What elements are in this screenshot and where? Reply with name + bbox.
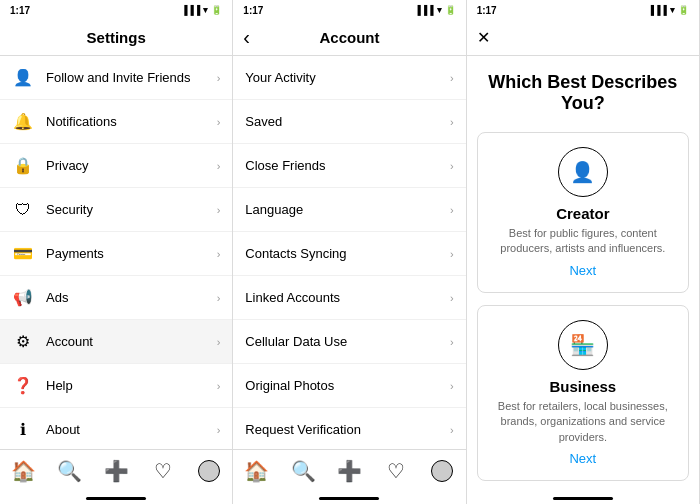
status-icons-3: ▐▐▐ ▾ 🔋: [648, 5, 689, 15]
cellular-data-label: Cellular Data Use: [245, 334, 450, 349]
menu-item-ads[interactable]: 📢 Ads ›: [0, 276, 232, 320]
settings-header: Settings: [0, 20, 232, 56]
creator-option-card[interactable]: 👤 Creator Best for public figures, conte…: [477, 132, 689, 293]
search-nav-2[interactable]: 🔍: [288, 456, 318, 486]
bottom-nav-1: 🏠 🔍 ➕ ♡: [0, 449, 232, 493]
security-label: Security: [46, 202, 217, 217]
creator-title: Creator: [556, 205, 609, 222]
account-panel: 1:17 ▐▐▐ ▾ 🔋 ‹ Account Your Activity › S…: [233, 0, 466, 504]
language-label: Language: [245, 202, 450, 217]
security-icon: 🛡: [12, 199, 34, 221]
describe-title: Which Best Describes You?: [467, 56, 699, 126]
notifications-chevron: ›: [217, 116, 221, 128]
home-indicator-1: [86, 497, 146, 500]
back-button-account[interactable]: ‹: [243, 26, 250, 49]
activity-label: Your Activity: [245, 70, 450, 85]
business-title: Business: [549, 378, 616, 395]
ads-label: Ads: [46, 290, 217, 305]
add-nav-1[interactable]: ➕: [101, 456, 131, 486]
menu-item-cellular-data[interactable]: Cellular Data Use ›: [233, 320, 465, 364]
menu-item-close-friends[interactable]: Close Friends ›: [233, 144, 465, 188]
creator-icon-circle: 👤: [558, 147, 608, 197]
describe-panel: 1:17 ▐▐▐ ▾ 🔋 ✕ Which Best Describes You?…: [467, 0, 700, 504]
search-nav-1[interactable]: 🔍: [55, 456, 85, 486]
privacy-label: Privacy: [46, 158, 217, 173]
time-1: 1:17: [10, 5, 30, 16]
creator-desc: Best for public figures, content produce…: [490, 226, 676, 257]
menu-item-notifications[interactable]: 🔔 Notifications ›: [0, 100, 232, 144]
menu-item-about[interactable]: ℹ About ›: [0, 408, 232, 449]
status-bar-1: 1:17 ▐▐▐ ▾ 🔋: [0, 0, 232, 20]
payments-chevron: ›: [217, 248, 221, 260]
account-title: Account: [319, 29, 379, 46]
time-2: 1:17: [243, 5, 263, 16]
account-chevron: ›: [217, 336, 221, 348]
privacy-icon: 🔒: [12, 155, 34, 177]
describe-content: Which Best Describes You? 👤 Creator Best…: [467, 56, 699, 493]
avatar-nav-1[interactable]: [194, 456, 224, 486]
payments-icon: 💳: [12, 243, 34, 265]
menu-item-language[interactable]: Language ›: [233, 188, 465, 232]
menu-item-privacy[interactable]: 🔒 Privacy ›: [0, 144, 232, 188]
about-icon: ℹ: [12, 419, 34, 441]
menu-item-linked-accounts[interactable]: Linked Accounts ›: [233, 276, 465, 320]
menu-item-saved[interactable]: Saved ›: [233, 100, 465, 144]
status-bar-3: 1:17 ▐▐▐ ▾ 🔋: [467, 0, 699, 20]
about-label: About: [46, 422, 217, 437]
menu-item-security[interactable]: 🛡 Security ›: [0, 188, 232, 232]
privacy-chevron: ›: [217, 160, 221, 172]
home-indicator-2: [319, 497, 379, 500]
payments-label: Payments: [46, 246, 217, 261]
avatar-nav-2[interactable]: [427, 456, 457, 486]
menu-item-payments[interactable]: 💳 Payments ›: [0, 232, 232, 276]
request-verification-label: Request Verification: [245, 422, 450, 437]
account-menu: Your Activity › Saved › Close Friends › …: [233, 56, 465, 449]
security-chevron: ›: [217, 204, 221, 216]
menu-item-account[interactable]: ⚙ Account ›: [0, 320, 232, 364]
menu-item-contacts-syncing[interactable]: Contacts Syncing ›: [233, 232, 465, 276]
home-nav-1[interactable]: 🏠: [8, 456, 38, 486]
status-bar-2: 1:17 ▐▐▐ ▾ 🔋: [233, 0, 465, 20]
business-icon: 🏪: [570, 333, 595, 357]
follow-icon: 👤: [12, 67, 34, 89]
follow-chevron: ›: [217, 72, 221, 84]
account-icon: ⚙: [12, 331, 34, 353]
status-icons-1: ▐▐▐ ▾ 🔋: [181, 5, 222, 15]
menu-item-help[interactable]: ❓ Help ›: [0, 364, 232, 408]
describe-header: ✕: [467, 20, 699, 56]
heart-nav-1[interactable]: ♡: [148, 456, 178, 486]
settings-title: Settings: [87, 29, 146, 46]
settings-menu: 👤 Follow and Invite Friends › 🔔 Notifica…: [0, 56, 232, 449]
help-chevron: ›: [217, 380, 221, 392]
add-nav-2[interactable]: ➕: [334, 456, 364, 486]
business-desc: Best for retailers, local businesses, br…: [490, 399, 676, 445]
notifications-label: Notifications: [46, 114, 217, 129]
settings-panel: 1:17 ▐▐▐ ▾ 🔋 Settings 👤 Follow and Invit…: [0, 0, 233, 504]
home-indicator-3: [553, 497, 613, 500]
ads-chevron: ›: [217, 292, 221, 304]
creator-next-button[interactable]: Next: [569, 263, 596, 278]
creator-icon: 👤: [570, 160, 595, 184]
close-button[interactable]: ✕: [477, 28, 490, 47]
business-option-card[interactable]: 🏪 Business Best for retailers, local bus…: [477, 305, 689, 481]
original-photos-label: Original Photos: [245, 378, 450, 393]
bottom-nav-2: 🏠 🔍 ➕ ♡: [233, 449, 465, 493]
status-icons-2: ▐▐▐ ▾ 🔋: [415, 5, 456, 15]
notifications-icon: 🔔: [12, 111, 34, 133]
business-next-button[interactable]: Next: [569, 451, 596, 466]
close-friends-label: Close Friends: [245, 158, 450, 173]
business-icon-circle: 🏪: [558, 320, 608, 370]
menu-item-follow[interactable]: 👤 Follow and Invite Friends ›: [0, 56, 232, 100]
about-chevron: ›: [217, 424, 221, 436]
home-nav-2[interactable]: 🏠: [242, 456, 272, 486]
saved-label: Saved: [245, 114, 450, 129]
time-3: 1:17: [477, 5, 497, 16]
menu-item-original-photos[interactable]: Original Photos ›: [233, 364, 465, 408]
heart-nav-2[interactable]: ♡: [381, 456, 411, 486]
menu-item-activity[interactable]: Your Activity ›: [233, 56, 465, 100]
follow-label: Follow and Invite Friends: [46, 70, 217, 85]
help-label: Help: [46, 378, 217, 393]
menu-item-request-verification[interactable]: Request Verification ›: [233, 408, 465, 449]
linked-accounts-label: Linked Accounts: [245, 290, 450, 305]
ads-icon: 📢: [12, 287, 34, 309]
